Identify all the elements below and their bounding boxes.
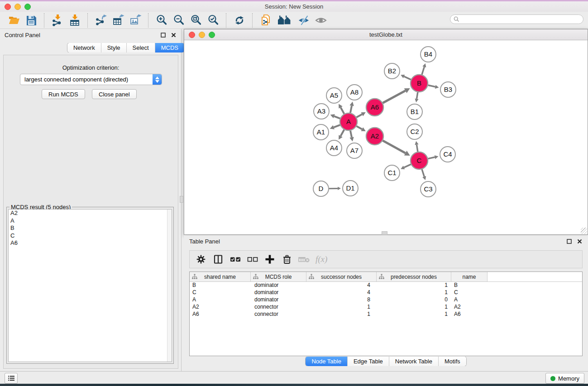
graph-edge-A-A8 xyxy=(349,102,354,113)
delete-row-trash-icon[interactable] xyxy=(279,252,295,267)
graph-node-A8[interactable]: A8 xyxy=(347,85,362,100)
table-cell: 8 xyxy=(306,296,377,304)
graph-node-B1[interactable]: B1 xyxy=(407,104,422,119)
graph-node-B4[interactable]: B4 xyxy=(421,47,436,62)
column-header-shared-name[interactable]: shared name xyxy=(190,272,251,281)
graph-node-D1[interactable]: D1 xyxy=(343,181,358,196)
graph-node-C4[interactable]: C4 xyxy=(440,147,455,162)
mcds-result-item[interactable]: A6 xyxy=(9,239,172,247)
graph-node-C2[interactable]: C2 xyxy=(407,124,422,139)
graph-node-A7[interactable]: A7 xyxy=(347,143,362,158)
graph-node-B[interactable]: B xyxy=(411,75,428,92)
apply-layout-icon[interactable] xyxy=(232,13,247,28)
graph-node-D[interactable]: D xyxy=(313,181,329,196)
table-row[interactable]: A6connector11A6 xyxy=(190,311,582,318)
mcds-result-item[interactable]: B xyxy=(9,224,172,232)
network-canvas[interactable]: B4B2BB3A8A5A6A3B1AA1C2A2A4A7C4CC1DD1C3 xyxy=(185,40,587,234)
deselect-all-checkboxes-icon[interactable] xyxy=(245,252,260,267)
svg-text:A1: A1 xyxy=(317,128,325,136)
table-options-gear-icon[interactable] xyxy=(193,252,209,267)
import-network-icon[interactable] xyxy=(50,13,65,28)
clone-network-icon[interactable] xyxy=(258,13,273,28)
graph-node-A[interactable]: A xyxy=(340,113,357,130)
graph-node-A1[interactable]: A1 xyxy=(313,124,329,140)
import-table-icon[interactable] xyxy=(67,13,82,28)
table-row[interactable]: Cdominator41C xyxy=(190,289,582,296)
mcds-result-item[interactable]: C xyxy=(9,232,172,240)
table-tab-network-table[interactable]: Network Table xyxy=(389,357,439,366)
tab-select[interactable]: Select xyxy=(127,43,155,52)
graph-node-B3[interactable]: B3 xyxy=(440,82,456,97)
add-row-icon[interactable] xyxy=(262,252,277,267)
mcds-result-item[interactable]: A xyxy=(9,217,172,225)
close-panel-icon[interactable] xyxy=(170,32,177,38)
tab-style[interactable]: Style xyxy=(101,43,127,52)
graph-node-C3[interactable]: C3 xyxy=(421,181,436,197)
graph-node-A3[interactable]: A3 xyxy=(314,104,329,119)
select-all-checkboxes-icon[interactable] xyxy=(228,252,243,267)
table-row[interactable]: Adominator80A xyxy=(190,296,582,304)
window-resize-grip[interactable] xyxy=(581,228,587,234)
svg-text:C1: C1 xyxy=(387,169,396,176)
function-builder-icon[interactable]: f(x) xyxy=(316,254,327,264)
column-header-successor-nodes[interactable]: successor nodes xyxy=(306,272,377,281)
network-window-titlebar[interactable]: testGlobe.txt xyxy=(184,29,588,40)
tab-network[interactable]: Network xyxy=(67,43,101,52)
column-header-name[interactable]: name xyxy=(451,272,488,281)
close-table-panel-icon[interactable] xyxy=(576,238,583,245)
tab-mcds[interactable]: MCDS xyxy=(155,43,184,52)
mcds-result-item[interactable]: A2 xyxy=(9,210,172,217)
show-task-history-button[interactable] xyxy=(5,373,18,384)
svg-text:A6: A6 xyxy=(371,103,379,111)
svg-text:B1: B1 xyxy=(411,108,419,115)
graph-node-A4[interactable]: A4 xyxy=(326,140,342,156)
graph-node-C1[interactable]: C1 xyxy=(384,165,400,181)
export-network-icon[interactable] xyxy=(94,13,108,28)
zoom-in-icon[interactable] xyxy=(154,13,169,28)
open-file-icon[interactable] xyxy=(7,13,21,28)
table-tab-node-table[interactable]: Node Table xyxy=(306,357,348,366)
graph-edge-A-A2 xyxy=(357,126,366,131)
graph-node-A6[interactable]: A6 xyxy=(366,99,383,116)
table-cell: A2 xyxy=(190,304,251,311)
desktop-edge-strip xyxy=(0,384,588,386)
network-graph: B4B2BB3A8A5A6A3B1AA1C2A2A4A7C4CC1DD1C3 xyxy=(185,40,587,234)
float-table-panel-icon[interactable] xyxy=(566,238,572,245)
graph-node-C[interactable]: C xyxy=(411,152,428,169)
show-column-icon[interactable] xyxy=(210,252,226,267)
result-scrollbar[interactable] xyxy=(167,210,172,362)
horizontal-splitter-handle[interactable] xyxy=(382,231,387,235)
delete-table-icon[interactable] xyxy=(296,252,312,267)
zoom-selected-icon[interactable] xyxy=(206,13,220,28)
export-table-icon[interactable] xyxy=(111,13,125,28)
vertical-splitter-handle[interactable] xyxy=(180,196,183,203)
show-graphics-details-icon[interactable] xyxy=(314,13,328,28)
memory-button[interactable]: Memory xyxy=(545,373,584,384)
table-row[interactable]: A2connector11A2 xyxy=(190,304,582,311)
first-neighbors-icon[interactable] xyxy=(276,13,294,28)
graph-node-A2[interactable]: A2 xyxy=(366,128,383,145)
search-box[interactable] xyxy=(450,14,583,24)
search-input[interactable] xyxy=(461,15,583,24)
column-header-MCDS-role[interactable]: MCDS role xyxy=(251,272,306,281)
zoom-out-icon[interactable] xyxy=(172,13,186,28)
save-session-icon[interactable] xyxy=(24,13,38,28)
graph-edge-B-B4 xyxy=(422,63,426,75)
hide-graphics-details-icon[interactable] xyxy=(296,13,311,28)
table-tab-edge-table[interactable]: Edge Table xyxy=(348,357,389,366)
run-mcds-button[interactable]: Run MCDS xyxy=(42,89,85,99)
graph-node-B2[interactable]: B2 xyxy=(384,63,400,79)
export-image-icon[interactable] xyxy=(128,13,143,28)
graph-node-A5[interactable]: A5 xyxy=(326,88,342,103)
mcds-result-list[interactable]: A2ABCA6 xyxy=(8,209,172,362)
svg-text:A8: A8 xyxy=(350,88,359,96)
criterion-dropdown[interactable]: largest connected component (directed) xyxy=(20,74,162,85)
zoom-fit-icon[interactable] xyxy=(189,13,203,28)
column-header-predecessor-nodes[interactable]: predecessor nodes xyxy=(377,272,451,281)
table-row[interactable]: Bdominator41B xyxy=(190,282,582,289)
table-cell: C xyxy=(451,289,488,296)
graph-edge-A-A5 xyxy=(339,104,344,114)
close-panel-button[interactable]: Close panel xyxy=(92,89,137,99)
table-tab-motifs[interactable]: Motifs xyxy=(439,357,466,366)
float-panel-icon[interactable] xyxy=(160,32,166,38)
